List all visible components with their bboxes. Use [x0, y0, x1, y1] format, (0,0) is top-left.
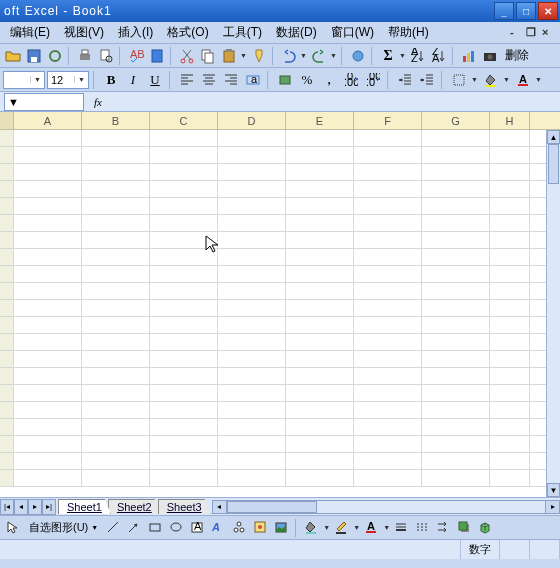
cell[interactable]: [14, 436, 82, 452]
research-icon[interactable]: [147, 46, 167, 66]
cell[interactable]: [422, 232, 490, 248]
formula-input[interactable]: [108, 94, 542, 110]
cell[interactable]: [150, 470, 218, 486]
diagram-icon[interactable]: [230, 518, 250, 538]
cell[interactable]: [218, 334, 286, 350]
cell[interactable]: [218, 470, 286, 486]
menu-window[interactable]: 窗口(W): [325, 22, 380, 43]
align-right-icon[interactable]: [221, 70, 241, 90]
vscroll-thumb[interactable]: [548, 144, 559, 184]
cell[interactable]: [218, 283, 286, 299]
line-icon[interactable]: [104, 518, 124, 538]
cell[interactable]: [14, 283, 82, 299]
rectangle-icon[interactable]: [146, 518, 166, 538]
arrow-icon[interactable]: [125, 518, 145, 538]
cell[interactable]: [14, 181, 82, 197]
line-color-icon[interactable]: [332, 518, 352, 538]
cell[interactable]: [354, 436, 422, 452]
cell[interactable]: [150, 164, 218, 180]
tab-first-icon[interactable]: |◂: [0, 499, 14, 515]
cell[interactable]: [286, 232, 354, 248]
format-painter-icon[interactable]: [249, 46, 269, 66]
cell[interactable]: [354, 147, 422, 163]
vertical-scrollbar[interactable]: ▲ ▼: [546, 130, 560, 497]
borders-icon[interactable]: [449, 70, 469, 90]
cell[interactable]: [82, 164, 150, 180]
cell[interactable]: [286, 453, 354, 469]
column-header[interactable]: A: [14, 112, 82, 129]
font-size-combo[interactable]: 12▼: [47, 71, 89, 89]
cell[interactable]: [422, 453, 490, 469]
cut-icon[interactable]: [177, 46, 197, 66]
maximize-button[interactable]: □: [516, 2, 536, 20]
undo-icon[interactable]: [279, 46, 299, 66]
scroll-left-icon[interactable]: ◂: [213, 501, 227, 513]
cell[interactable]: [218, 368, 286, 384]
cell[interactable]: [490, 283, 530, 299]
minimize-button[interactable]: _: [494, 2, 514, 20]
cell[interactable]: [150, 436, 218, 452]
cell[interactable]: [422, 419, 490, 435]
cell[interactable]: [150, 453, 218, 469]
cell[interactable]: [286, 249, 354, 265]
clipart-icon[interactable]: [251, 518, 271, 538]
cell[interactable]: [14, 198, 82, 214]
cell[interactable]: [490, 351, 530, 367]
cell[interactable]: [354, 181, 422, 197]
cell[interactable]: [490, 266, 530, 282]
3d-icon[interactable]: [476, 518, 496, 538]
cell[interactable]: [422, 266, 490, 282]
cell[interactable]: [150, 368, 218, 384]
decrease-indent-icon[interactable]: [395, 70, 415, 90]
cell[interactable]: [422, 181, 490, 197]
sheet-tab-2[interactable]: Sheet2: [108, 499, 161, 514]
chart-wizard-icon[interactable]: [459, 46, 479, 66]
tab-prev-icon[interactable]: ◂: [14, 499, 28, 515]
cell[interactable]: [82, 368, 150, 384]
cell[interactable]: [82, 249, 150, 265]
cell[interactable]: [490, 130, 530, 146]
cell[interactable]: [286, 198, 354, 214]
cell[interactable]: [422, 300, 490, 316]
cell[interactable]: [286, 130, 354, 146]
cell[interactable]: [422, 470, 490, 486]
cell[interactable]: [14, 334, 82, 350]
cell[interactable]: [354, 385, 422, 401]
cell[interactable]: [422, 351, 490, 367]
open-icon[interactable]: [3, 46, 23, 66]
cell[interactable]: [14, 368, 82, 384]
cell[interactable]: [490, 300, 530, 316]
cell[interactable]: [14, 232, 82, 248]
menu-tools[interactable]: 工具(T): [217, 22, 268, 43]
cell[interactable]: [286, 317, 354, 333]
cell[interactable]: [286, 368, 354, 384]
column-header[interactable]: B: [82, 112, 150, 129]
line-style-icon[interactable]: [392, 518, 412, 538]
sheet-tab-3[interactable]: Sheet3: [158, 499, 211, 514]
cell[interactable]: [490, 470, 530, 486]
fill-color-draw-icon[interactable]: [302, 518, 322, 538]
wordart-icon[interactable]: A: [209, 518, 229, 538]
cell[interactable]: [14, 402, 82, 418]
chevron-down-icon[interactable]: ▼: [8, 96, 19, 108]
cell[interactable]: [286, 164, 354, 180]
cell[interactable]: [82, 198, 150, 214]
cell[interactable]: [490, 334, 530, 350]
chevron-down-icon[interactable]: ▼: [30, 76, 41, 83]
cell[interactable]: [490, 368, 530, 384]
cell[interactable]: [82, 334, 150, 350]
cell[interactable]: [422, 283, 490, 299]
scroll-right-icon[interactable]: ▸: [545, 501, 559, 513]
currency-icon[interactable]: [275, 70, 295, 90]
cell[interactable]: [286, 436, 354, 452]
cell[interactable]: [422, 385, 490, 401]
cell[interactable]: [286, 147, 354, 163]
column-header[interactable]: E: [286, 112, 354, 129]
select-objects-icon[interactable]: [3, 518, 23, 538]
cell[interactable]: [218, 266, 286, 282]
cell[interactable]: [490, 402, 530, 418]
cell[interactable]: [150, 215, 218, 231]
cell[interactable]: [82, 215, 150, 231]
scroll-up-icon[interactable]: ▲: [547, 130, 560, 144]
chevron-down-icon[interactable]: ▼: [74, 76, 85, 83]
